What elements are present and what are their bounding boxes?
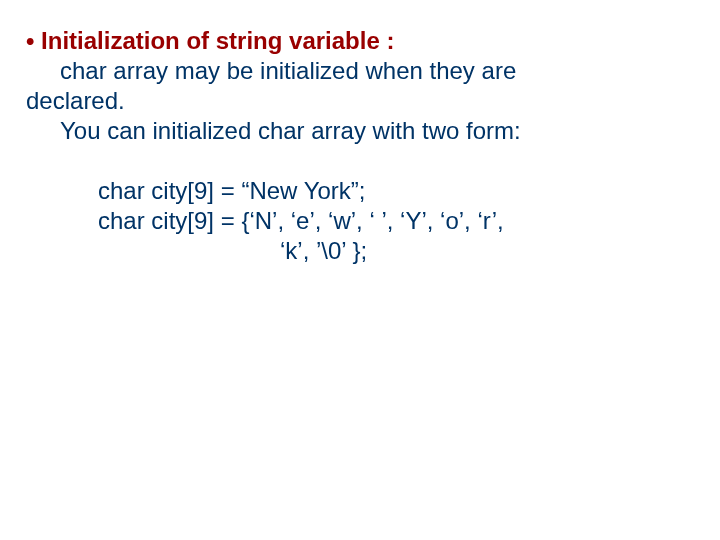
- heading-row: • Initialization of string variable :: [26, 26, 694, 56]
- body-line-1: char array may be initialized when they …: [26, 56, 694, 86]
- bullet-icon: •: [26, 27, 34, 54]
- code-line-3: ‘k’, ’\0’ };: [26, 236, 694, 266]
- body-line-2: declared.: [26, 86, 694, 116]
- code-block: char city[9] = “New York”; char city[9] …: [26, 176, 694, 266]
- code-line-1: char city[9] = “New York”;: [26, 176, 694, 206]
- code-line-2: char city[9] = {‘N’, ‘e’, ‘w’, ‘ ’, ‘Y’,…: [26, 206, 694, 236]
- heading-text: Initialization of string variable :: [41, 27, 394, 54]
- slide: • Initialization of string variable : ch…: [0, 0, 720, 540]
- body-line-3: You can initialized char array with two …: [26, 116, 694, 146]
